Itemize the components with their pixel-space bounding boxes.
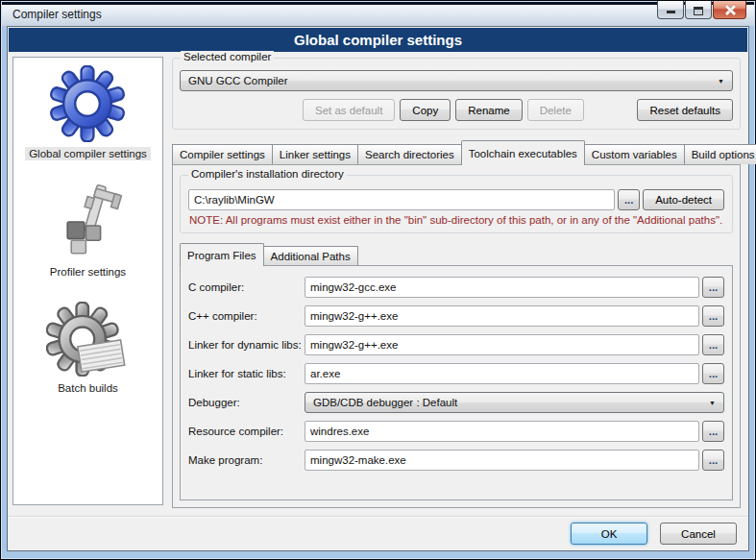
tab-custom-variables[interactable]: Custom variables — [584, 144, 685, 164]
cancel-button[interactable]: Cancel — [660, 523, 737, 545]
blue-gear-icon — [45, 65, 130, 142]
program-row: C++ compiler: ... — [188, 305, 724, 327]
compiler-actions: Set as default Copy Rename Delete Reset … — [180, 99, 733, 121]
footer-buttons: OK Cancel — [571, 523, 737, 545]
browse-c-compiler-button[interactable]: ... — [702, 277, 724, 298]
program-row: Linker for dynamic libs: ... — [188, 334, 724, 355]
rename-button[interactable]: Rename — [455, 99, 522, 121]
gray-gear-stack-icon — [46, 302, 131, 377]
sidebar-item-global-compiler-settings[interactable]: Global compiler settings — [25, 65, 151, 160]
debugger-select[interactable]: GDB/CDB debugger : Default ▼ — [305, 392, 724, 413]
tab-linker-settings[interactable]: Linker settings — [272, 144, 358, 164]
program-row: Resource compiler: ... — [188, 421, 724, 442]
debugger-select-value: GDB/CDB debugger : Default — [313, 397, 709, 408]
resource-compiler-input[interactable] — [305, 421, 699, 442]
caliper-icon — [47, 183, 128, 260]
compiler-settings-dialog: Compiler settings Global compiler settin… — [0, 0, 756, 560]
program-row: C compiler: ... — [188, 277, 724, 298]
cpp-compiler-label: C++ compiler: — [188, 310, 302, 322]
make-program-label: Make program: — [188, 454, 302, 466]
window-title: Compiler settings — [12, 8, 102, 21]
selected-compiler-group: Selected compiler GNU GCC Compiler ▼ Set… — [172, 58, 741, 130]
program-files-tabstrip: Program Files Additional Paths — [180, 242, 733, 265]
browse-resource-compiler-button[interactable]: ... — [702, 421, 724, 442]
program-row: Debugger: GDB/CDB debugger : Default ▼ — [188, 392, 724, 413]
browse-cpp-compiler-button[interactable]: ... — [702, 305, 724, 327]
delete-button[interactable]: Delete — [527, 99, 584, 121]
reset-defaults-button[interactable]: Reset defaults — [637, 99, 733, 121]
tab-build-options[interactable]: Build options — [684, 144, 756, 164]
footer-separator — [9, 516, 747, 518]
copy-button[interactable]: Copy — [400, 99, 451, 121]
compiler-select-value: GNU GCC Compiler — [188, 75, 718, 86]
debugger-label: Debugger: — [188, 397, 302, 408]
sidebar-item-label: Profiler settings — [46, 265, 130, 279]
minimize-button[interactable] — [657, 1, 684, 19]
titlebar[interactable]: Compiler settings — [2, 5, 754, 26]
chevron-down-icon: ▼ — [718, 78, 724, 85]
resource-compiler-label: Resource compiler: — [188, 426, 302, 437]
program-row: Linker for static libs: ... — [188, 363, 724, 384]
compiler-select[interactable]: GNU GCC Compiler ▼ — [180, 70, 733, 91]
chevron-down-icon: ▼ — [709, 400, 716, 406]
program-files-notebook: Program Files Additional Paths C compile… — [180, 242, 733, 500]
maximize-icon — [694, 7, 703, 15]
maximize-button[interactable] — [685, 1, 712, 19]
main-panel: Selected compiler GNU GCC Compiler ▼ Set… — [172, 58, 741, 508]
static-linker-label: Linker for static libs: — [188, 368, 302, 379]
settings-tabstrip: Compiler settings Linker settings Search… — [172, 139, 741, 164]
c-compiler-input[interactable] — [305, 277, 699, 298]
close-button[interactable] — [713, 1, 746, 19]
tab-toolchain-executables[interactable]: Toolchain executables — [461, 140, 585, 165]
sidebar-item-label: Batch builds — [54, 381, 122, 395]
static-linker-input[interactable] — [305, 363, 699, 384]
dynamic-linker-input[interactable] — [305, 334, 699, 355]
toolchain-executables-page: Compiler's installation directory ... Au… — [172, 164, 741, 508]
minimize-icon — [667, 11, 675, 13]
installation-directory-group: Compiler's installation directory ... Au… — [180, 175, 733, 233]
browse-static-linker-button[interactable]: ... — [702, 363, 724, 384]
make-program-input[interactable] — [305, 450, 699, 471]
browse-make-program-button[interactable]: ... — [702, 450, 724, 471]
bin-subdirectory-note: NOTE: All programs must exist either in … — [189, 214, 723, 226]
ok-button[interactable]: OK — [571, 523, 647, 545]
tab-search-directories[interactable]: Search directories — [357, 144, 462, 164]
c-compiler-label: C compiler: — [188, 281, 302, 293]
close-icon — [724, 4, 736, 15]
caption-buttons — [657, 1, 746, 19]
tab-additional-paths[interactable]: Additional Paths — [263, 246, 358, 265]
sidebar-item-batch-builds[interactable]: Batch builds — [46, 302, 131, 395]
selected-compiler-group-label: Selected compiler — [181, 51, 274, 62]
tab-compiler-settings[interactable]: Compiler settings — [172, 144, 273, 164]
page-title: Global compiler settings — [9, 28, 747, 52]
program-files-page: C compiler: ... C++ compiler: ... Linker — [180, 265, 733, 500]
sidebar-item-profiler-settings[interactable]: Profiler settings — [46, 183, 130, 279]
browse-dynamic-linker-button[interactable]: ... — [702, 334, 724, 355]
dynamic-linker-label: Linker for dynamic libs: — [188, 339, 302, 351]
cpp-compiler-input[interactable] — [305, 305, 699, 327]
auto-detect-button[interactable]: Auto-detect — [643, 189, 724, 210]
installation-directory-group-label: Compiler's installation directory — [188, 168, 347, 180]
dialog-content: Global compiler settings — [7, 26, 749, 551]
installation-directory-row: ... Auto-detect — [188, 189, 724, 210]
dialog-body: Global compiler settings — [8, 53, 748, 513]
program-row: Make program: ... — [188, 450, 724, 471]
installation-directory-input[interactable] — [188, 189, 615, 210]
settings-category-list: Global compiler settings — [12, 57, 163, 505]
browse-directory-button[interactable]: ... — [618, 189, 640, 210]
sidebar-item-label: Global compiler settings — [25, 147, 151, 160]
tab-program-files[interactable]: Program Files — [180, 243, 264, 266]
set-as-default-button[interactable]: Set as default — [303, 99, 395, 121]
